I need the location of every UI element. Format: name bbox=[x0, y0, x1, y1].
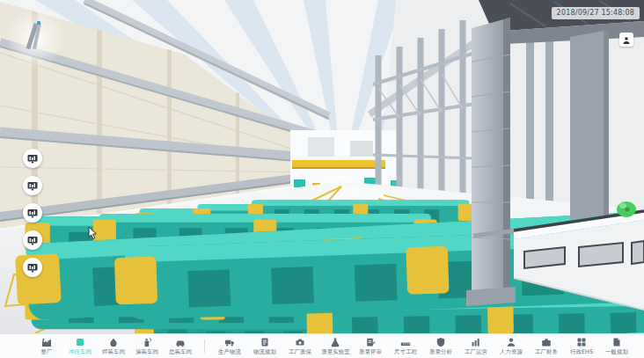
module-factory-finance[interactable]: 工厂财务 bbox=[529, 337, 564, 355]
bottom-toolbar: 整厂 冲压车间 焊装车间 涂装车间 总装车间 生产物流 bbox=[0, 333, 644, 358]
factory-icon bbox=[41, 337, 52, 347]
grid-icon bbox=[576, 337, 587, 347]
user-icon bbox=[622, 32, 631, 48]
chart-bars-icon bbox=[471, 337, 481, 347]
viewer-stage: 2018/09/27 15:48:08 bbox=[0, 0, 644, 358]
module-general-planning[interactable]: 一般规划 bbox=[599, 337, 634, 355]
truck-icon bbox=[224, 337, 235, 347]
kpi-panel-button-4[interactable] bbox=[23, 230, 42, 250]
stamping-icon bbox=[75, 337, 85, 347]
dashboard-icon bbox=[27, 205, 38, 222]
right-lattice-structure bbox=[373, 20, 553, 212]
side-panel-buttons bbox=[23, 149, 42, 277]
review-clipboard-icon bbox=[365, 337, 376, 347]
module-human-resources[interactable]: 人力资源 bbox=[494, 337, 529, 355]
assembly-car-icon bbox=[175, 337, 186, 347]
module-buttons: 生产物流 物流规划 工厂质保 质量实验室 质量评审 尺寸工程 bbox=[212, 337, 634, 355]
module-production-logistics[interactable]: 生产物流 bbox=[212, 337, 247, 355]
module-quality-lab[interactable]: 质量实验室 bbox=[318, 337, 353, 355]
dashboard-icon bbox=[27, 150, 38, 167]
ruler-icon bbox=[400, 337, 411, 347]
tab-assembly-shop[interactable]: 总装车间 bbox=[164, 337, 197, 355]
logistics-plan-icon bbox=[260, 337, 270, 347]
flask-icon bbox=[330, 337, 340, 347]
user-button[interactable] bbox=[619, 33, 633, 47]
green-marker[interactable] bbox=[617, 201, 636, 217]
kpi-panel-button-5[interactable] bbox=[23, 258, 42, 277]
shield-icon bbox=[435, 337, 446, 347]
person-icon bbox=[506, 337, 516, 347]
tab-painting-shop[interactable]: 涂装车间 bbox=[130, 337, 164, 355]
timestamp: 2018/09/27 15:48:08 bbox=[552, 7, 640, 19]
tab-whole-plant[interactable]: 整厂 bbox=[30, 337, 63, 355]
briefcase-icon bbox=[541, 337, 552, 347]
module-factory-operation[interactable]: 工厂运营 bbox=[458, 337, 494, 355]
kpi-panel-button-1[interactable] bbox=[23, 149, 42, 168]
welding-icon bbox=[108, 337, 119, 347]
wall-light-glow bbox=[5, 9, 65, 69]
kpi-panel-button-3[interactable] bbox=[23, 203, 42, 223]
workshop-tabs: 整厂 冲压车间 焊装车间 涂装车间 总装车间 bbox=[30, 337, 197, 355]
toolbar-divider bbox=[204, 340, 205, 353]
module-dimension-engineering[interactable]: 尺寸工程 bbox=[388, 337, 423, 355]
tab-stamping-shop[interactable]: 冲压车间 bbox=[63, 337, 97, 355]
painting-icon bbox=[142, 337, 152, 347]
module-admin-ehs[interactable]: 行政EHS bbox=[564, 337, 599, 355]
dashboard-icon bbox=[27, 178, 38, 194]
module-quality-review[interactable]: 质量评审 bbox=[353, 337, 388, 355]
module-quality-analysis[interactable]: 质量分析 bbox=[423, 337, 458, 355]
dashboard-icon bbox=[27, 259, 38, 276]
dashboard-icon bbox=[27, 232, 38, 249]
factory-3d-scene[interactable] bbox=[0, 0, 644, 333]
module-factory-quality[interactable]: 工厂质保 bbox=[282, 337, 318, 355]
module-logistics-planning[interactable]: 物流规划 bbox=[247, 337, 282, 355]
tab-welding-shop[interactable]: 焊装车间 bbox=[97, 337, 130, 355]
document-icon bbox=[611, 337, 622, 347]
kpi-panel-button-2[interactable] bbox=[23, 176, 42, 195]
far-press-line bbox=[290, 130, 401, 189]
camera-icon bbox=[295, 337, 305, 347]
